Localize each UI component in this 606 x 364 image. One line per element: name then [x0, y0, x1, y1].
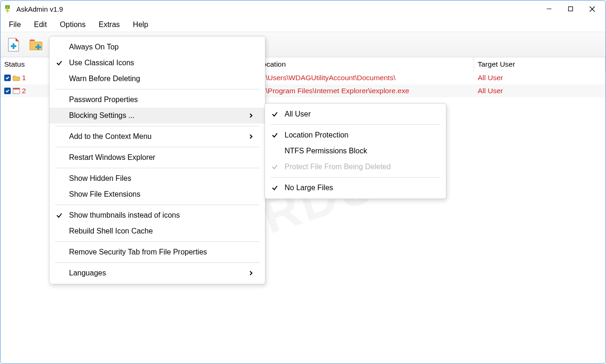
- menu-separator: [271, 124, 440, 125]
- svg-rect-1: [569, 7, 573, 11]
- menu-warn-before-deleting[interactable]: Warn Before Deleting: [49, 71, 265, 87]
- check-icon: [49, 60, 69, 66]
- add-file-button[interactable]: [3, 34, 24, 55]
- menu-restart-explorer[interactable]: Restart Windows Explorer: [49, 150, 265, 165]
- blocking-settings-submenu: All User Location Protection NTFS Permis…: [265, 103, 446, 199]
- menu-show-file-extensions[interactable]: Show File Extensions: [49, 186, 265, 202]
- menu-bar: File Edit Options Extras Help: [0, 17, 606, 32]
- row-target: All User: [474, 87, 606, 95]
- check-icon: [265, 132, 285, 138]
- menu-separator: [55, 168, 259, 168]
- column-location[interactable]: Location: [255, 57, 474, 71]
- row-index: 1: [22, 74, 26, 82]
- column-target[interactable]: Target User: [474, 57, 606, 71]
- close-button[interactable]: [581, 2, 603, 16]
- menu-extras[interactable]: Extras: [92, 17, 126, 32]
- menu-remove-security-tab[interactable]: Remove Security Tab from File Properties: [49, 244, 265, 260]
- menu-use-classical-icons[interactable]: Use Classical Icons: [49, 55, 265, 71]
- submenu-ntfs-block[interactable]: NTFS Permissions Block: [265, 143, 446, 159]
- submenu-location-protection[interactable]: Location Protection: [265, 127, 446, 143]
- submenu-protect-delete: Protect File From Being Deleted: [265, 159, 446, 175]
- chevron-right-icon: [244, 134, 258, 139]
- menu-languages[interactable]: Languages: [49, 265, 265, 281]
- row-index: 2: [22, 87, 26, 95]
- menu-file[interactable]: File: [2, 17, 28, 32]
- menu-rebuild-icon-cache[interactable]: Rebuild Shell Icon Cache: [49, 223, 265, 239]
- menu-separator: [55, 205, 259, 205]
- menu-always-on-top[interactable]: Always On Top: [49, 39, 265, 55]
- minimize-button[interactable]: [538, 2, 560, 16]
- row-target: All User: [474, 74, 606, 82]
- menu-password-properties[interactable]: Password Properties: [49, 92, 265, 108]
- svg-rect-3: [13, 88, 20, 89]
- menu-show-thumbnails[interactable]: Show thumbnails instead of icons: [49, 207, 265, 223]
- checkbox-icon[interactable]: [4, 75, 11, 81]
- app-window: AskAdmin v1.9 File Edit Options Extras H…: [0, 0, 606, 364]
- check-icon: [49, 212, 69, 219]
- menu-separator: [55, 126, 259, 126]
- add-folder-button[interactable]: [26, 34, 46, 55]
- row-location: C:\Users\WDAGUtilityAccount\Documents\: [255, 74, 474, 82]
- folder-icon: [13, 75, 20, 81]
- menu-show-hidden-files[interactable]: Show Hidden Files: [49, 171, 265, 186]
- window-title: AskAdmin v1.9: [16, 5, 63, 13]
- options-dropdown: Always On Top Use Classical Icons Warn B…: [49, 36, 265, 284]
- maximize-button[interactable]: [560, 2, 581, 16]
- menu-options[interactable]: Options: [53, 17, 92, 32]
- submenu-all-user[interactable]: All User: [265, 106, 446, 122]
- check-icon: [265, 185, 285, 191]
- row-location: C:\Program Files\Internet Explorer\iexpl…: [255, 87, 474, 95]
- check-icon: [265, 111, 285, 117]
- menu-edit[interactable]: Edit: [28, 17, 54, 32]
- menu-separator: [55, 89, 259, 89]
- menu-separator: [55, 262, 259, 263]
- row-status: 1: [4, 74, 26, 82]
- chevron-right-icon: [244, 270, 258, 276]
- svg-point-0: [7, 8, 8, 10]
- row-status: 2: [4, 87, 26, 95]
- menu-separator: [271, 177, 440, 178]
- chevron-right-icon: [244, 113, 258, 118]
- menu-separator: [55, 147, 259, 147]
- title-bar: AskAdmin v1.9: [0, 0, 606, 17]
- menu-help[interactable]: Help: [126, 17, 155, 32]
- menu-add-context-menu[interactable]: Add to the Context Menu: [49, 129, 265, 144]
- app-icon: [3, 4, 13, 14]
- checkbox-icon[interactable]: [4, 88, 11, 94]
- window-icon: [13, 88, 20, 94]
- menu-blocking-settings[interactable]: Blocking Settings ...: [49, 108, 265, 124]
- check-icon: [265, 164, 285, 170]
- submenu-no-large-files[interactable]: No Large Files: [265, 180, 446, 196]
- menu-separator: [55, 241, 259, 242]
